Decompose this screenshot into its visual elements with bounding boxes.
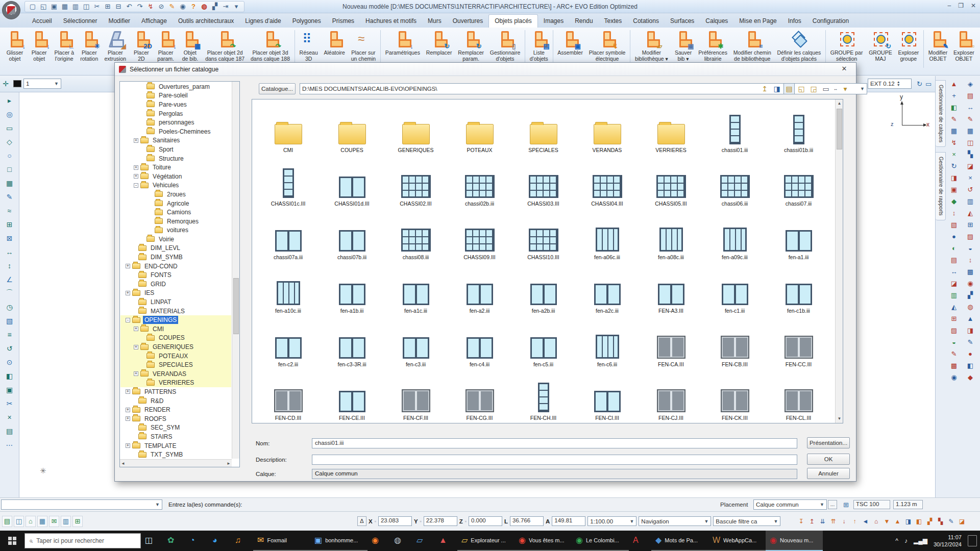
catalog-item[interactable]: FEN-CC.III <box>767 317 830 370</box>
right-tool-icon[interactable]: ◉ <box>948 371 960 383</box>
menu-tab[interactable]: Calques <box>700 15 733 28</box>
catalog-item[interactable]: chassi08.iii <box>384 210 448 263</box>
menu-tab[interactable]: Modifier <box>103 15 136 28</box>
quick-access-icon[interactable]: ✂ <box>92 2 102 11</box>
catalog-item[interactable]: fen-a06c.iii <box>575 210 639 263</box>
left-tool-icon[interactable]: ▤ <box>3 424 16 438</box>
ribbon-button[interactable]: Définir les calques d'objets placés <box>775 29 824 63</box>
catalog-item[interactable]: chassi01b.iii <box>767 103 830 156</box>
catalog-item[interactable]: fen-a09c.iii <box>703 210 767 263</box>
right-tool-icon[interactable]: ▤ <box>965 90 976 102</box>
catalog-item[interactable]: CHASSI09.III <box>448 210 511 263</box>
status-action-icon[interactable]: ◨ <box>903 516 913 527</box>
catalog-item[interactable]: chassi07b.iii <box>320 210 384 263</box>
tree-node[interactable]: Pergolas <box>120 109 231 118</box>
tree-node[interactable]: Structure <box>120 154 231 163</box>
menu-tab[interactable]: Polygones <box>287 15 327 28</box>
catalog-item[interactable]: FEN-CH.III <box>511 370 575 422</box>
catalog-item[interactable]: fen-c2.iii <box>256 317 320 370</box>
tree-node[interactable]: COUPES <box>120 334 231 343</box>
quick-access-icon[interactable]: ⊞ <box>103 2 112 11</box>
tree-node[interactable]: Sport <box>120 145 231 154</box>
right-tool-icon[interactable]: ▥ <box>965 195 976 207</box>
ribbon-button[interactable]: ▣ Sauver bib ▾ <box>672 29 695 63</box>
right-tool-icon[interactable]: ◪ <box>948 278 960 289</box>
frame-icon[interactable]: ▭ <box>925 80 932 88</box>
tree-node[interactable]: STAIRS <box>120 432 231 441</box>
tree-toggle-icon[interactable]: + <box>126 416 130 421</box>
left-tool-icon[interactable]: ▧ <box>3 314 16 328</box>
catalog-item[interactable]: FEN-CA.III <box>639 317 703 370</box>
menu-tab[interactable]: Cotations <box>627 15 665 28</box>
catalog-item[interactable]: SPECIALES <box>511 103 575 156</box>
catalog-item[interactable]: VERRIERES <box>639 103 703 156</box>
app-logo-icon[interactable] <box>2 1 20 19</box>
right-tool-icon[interactable]: ◒ <box>948 336 960 348</box>
taskbar-app-button[interactable]: ▱ <box>412 531 435 551</box>
menu-tab[interactable]: Outils architecturaux <box>173 15 239 28</box>
status-tool-icon[interactable]: ▤ <box>2 516 12 527</box>
lock-icon[interactable]: ▫ <box>375 519 376 524</box>
right-tool-icon[interactable]: ▩ <box>948 360 960 371</box>
path-tool-icon[interactable]: ◲ <box>808 83 819 94</box>
path-tool-icon[interactable]: ▭ <box>820 83 831 94</box>
y-coordinate-field[interactable]: 22.378 <box>424 516 457 526</box>
left-tool-icon[interactable]: ◎ <box>3 107 16 121</box>
items-vertical-scrollbar[interactable]: ▲ ▼ <box>835 99 843 423</box>
angle-field[interactable]: 149.81 <box>552 516 585 526</box>
notification-icon[interactable] <box>968 535 977 546</box>
status-action-icon[interactable]: ↥ <box>807 516 817 527</box>
quick-access-icon[interactable]: ▣ <box>50 2 59 11</box>
left-tool-icon[interactable]: ◇ <box>3 135 16 148</box>
right-tool-icon[interactable]: ▦ <box>965 125 976 137</box>
catalog-item[interactable]: FEN-CG.III <box>448 370 511 422</box>
status-action-icon[interactable]: ◪ <box>957 516 967 527</box>
right-tool-icon[interactable]: ◆ <box>965 371 976 383</box>
network-icon[interactable]: ▂▄▆ <box>914 537 927 544</box>
ribbon-button[interactable]: ✱ Préférences librairie <box>696 29 730 63</box>
tree-toggle-icon[interactable]: + <box>134 345 138 349</box>
right-tool-icon[interactable]: ◭ <box>948 301 960 313</box>
right-tool-icon[interactable]: ↔ <box>948 266 960 278</box>
quick-access-icon[interactable]: ▢ <box>28 2 37 11</box>
lock-icon[interactable]: ▫ <box>465 519 467 524</box>
ribbon-button[interactable]: ↓ Glisser objet <box>3 29 27 63</box>
catalog-item[interactable]: chassi07.iii <box>767 156 830 210</box>
left-tool-icon[interactable]: ⊠ <box>3 231 16 245</box>
scroll-left-icon[interactable]: ◄ <box>121 461 125 466</box>
right-tool-icon[interactable]: ↻ <box>948 160 960 172</box>
length-field[interactable]: 36.766 <box>510 516 544 526</box>
ribbon-button[interactable]: ✳ Placer rotation <box>78 29 101 63</box>
scroll-up-icon[interactable]: ▲ <box>836 99 843 108</box>
quick-access-icon[interactable]: ▥ <box>71 2 80 11</box>
left-tool-icon[interactable]: ⌒ <box>3 286 16 300</box>
right-tool-icon[interactable]: ↕ <box>965 254 976 266</box>
placement-select[interactable]: Calque commun▼ <box>753 499 827 510</box>
tab-layer-manager[interactable]: Gestionnaire de calques <box>936 80 946 147</box>
catalog-item[interactable]: VERANDAS <box>575 103 639 156</box>
menu-tab[interactable]: Textes <box>599 15 628 28</box>
ribbon-button[interactable]: ∟ Placer à l'origine <box>52 29 77 63</box>
crosshair-icon[interactable]: ✛ <box>0 80 11 88</box>
quick-access-icon[interactable]: ↯ <box>146 2 155 11</box>
clock[interactable]: 11:07 30/12/2024 <box>934 534 962 548</box>
tree-horizontal-scrollbar[interactable]: ◄► <box>120 459 232 467</box>
tray-chevron-icon[interactable]: ^ <box>895 537 898 544</box>
right-tool-icon[interactable]: ◭ <box>965 207 976 219</box>
path-tool-icon[interactable]: ▾ <box>840 83 851 94</box>
tree-node[interactable]: + TEMPLATE <box>120 441 231 450</box>
left-tool-icon[interactable]: ≈ <box>3 204 16 217</box>
catalog-item[interactable]: fen-a2.iii <box>448 263 511 317</box>
quick-access-icon[interactable]: ▾ <box>232 2 241 11</box>
ribbon-button[interactable]: ▱ Modifier bibliothèque ▾ <box>632 29 671 63</box>
right-tool-icon[interactable]: ▲ <box>948 78 960 90</box>
taskbar-app-button[interactable]: ◫ <box>141 531 163 551</box>
right-tool-icon[interactable]: ▥ <box>948 289 960 301</box>
right-tool-icon[interactable]: ◈ <box>965 78 976 90</box>
left-tool-icon[interactable]: ↔ <box>3 245 16 259</box>
status-action-icon[interactable]: ▼ <box>882 516 892 527</box>
menu-tab[interactable]: Affichage <box>136 15 173 28</box>
menu-tab[interactable]: Surfaces <box>665 15 700 28</box>
right-tool-icon[interactable]: ◒ <box>965 242 976 254</box>
taskbar-search-input[interactable]: ⌕ Taper ici pour rechercher <box>24 533 141 548</box>
